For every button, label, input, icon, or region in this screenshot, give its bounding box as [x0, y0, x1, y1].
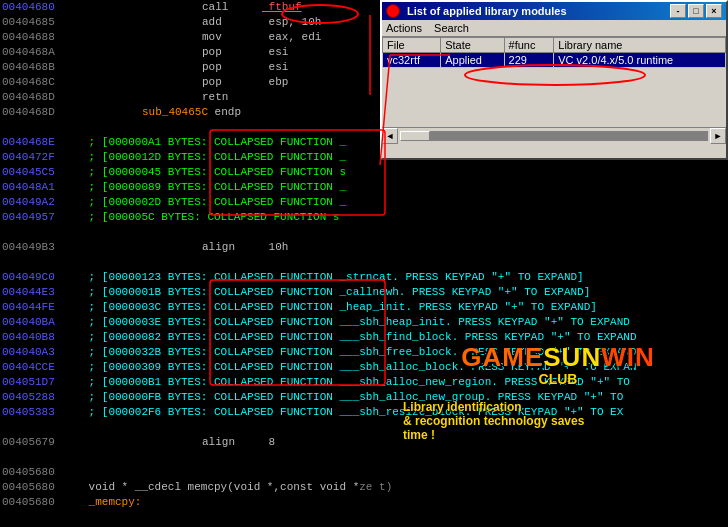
disasm-line: 004044FE ; [0000003C BYTES: COLLAPSED FU… [0, 300, 728, 315]
table-row[interactable]: vc32rtf Applied 229 VC v2.0/4.x/5.0 runt… [383, 53, 726, 68]
disasm-line: 00405383 ; [000002F6 BYTES: COLLAPSED FU… [0, 405, 728, 420]
scroll-left-button[interactable]: ◄ [382, 128, 398, 144]
disasm-line [0, 225, 728, 240]
close-button[interactable]: × [706, 4, 722, 18]
dialog-title: List of applied library modules [407, 5, 567, 17]
cell-file: vc32rtf [383, 53, 441, 68]
col-funcs: #func [504, 38, 554, 53]
disasm-line: 004040A3 ; [0000032B BYTES: COLLAPSED FU… [0, 345, 728, 360]
disasm-line [0, 420, 728, 435]
maximize-button[interactable]: □ [688, 4, 704, 18]
disasm-line: 00404957 ; [000005C BYTES: COLLAPSED FUN… [0, 210, 728, 225]
disasm-line: 004045C5 ; [00000045 BYTES: COLLAPSED FU… [0, 165, 728, 180]
disasm-line: 00405680 [0, 465, 728, 480]
disasm-line: 004044E3 ; [0000001B BYTES: COLLAPSED FU… [0, 285, 728, 300]
disasm-line: 004049C0 ; [00000123 BYTES: COLLAPSED FU… [0, 270, 728, 285]
disasm-line: 00405288 ; [000000FB BYTES: COLLAPSED FU… [0, 390, 728, 405]
lib-dialog: List of applied library modules - □ × Ac… [380, 0, 728, 160]
dialog-titlebar: List of applied library modules - □ × [382, 2, 726, 20]
cell-libname: VC v2.0/4.x/5.0 runtime [554, 53, 726, 68]
table-header-row: File State #func Library name [383, 38, 726, 53]
disasm-line: 00405680 _memcpy: [0, 495, 728, 510]
lib-table-container: File State #func Library name vc32rtf Ap… [382, 37, 726, 127]
disasm-line: 004048A1 ; [00000089 BYTES: COLLAPSED FU… [0, 180, 728, 195]
col-file: File [383, 38, 441, 53]
menu-search[interactable]: Search [434, 22, 469, 34]
disasm-line: 00404CCE ; [00000309 BYTES: COLLAPSED FU… [0, 360, 728, 375]
cell-state: Applied [441, 53, 504, 68]
minimize-button[interactable]: - [670, 4, 686, 18]
disasm-line [0, 450, 728, 465]
scroll-track [400, 131, 708, 141]
disasm-line: 004040BA ; [0000003E BYTES: COLLAPSED FU… [0, 315, 728, 330]
col-libname: Library name [554, 38, 726, 53]
disasm-line: 004040B8 ; [00000082 BYTES: COLLAPSED FU… [0, 330, 728, 345]
disasm-line [0, 510, 728, 525]
lib-modules-table: File State #func Library name vc32rtf Ap… [382, 37, 726, 68]
dialog-icon [386, 4, 400, 18]
scroll-right-button[interactable]: ► [710, 128, 726, 144]
disasm-line: 004049B3 align 10h [0, 240, 728, 255]
scroll-thumb[interactable] [400, 131, 430, 141]
disasm-line: 004049A2 ; [0000002D BYTES: COLLAPSED FU… [0, 195, 728, 210]
disasm-line: 004051D7 ; [000000B1 BYTES: COLLAPSED FU… [0, 375, 728, 390]
cell-funcs: 229 [504, 53, 554, 68]
col-state: State [441, 38, 504, 53]
menu-actions[interactable]: Actions [386, 22, 422, 34]
window-controls[interactable]: - □ × [670, 4, 722, 18]
horizontal-scrollbar[interactable]: ◄ ► [382, 127, 726, 143]
dialog-menubar: Actions Search [382, 20, 726, 37]
disasm-line: 00405680 void * __cdecl memcpy(void *,co… [0, 480, 728, 495]
disasm-line: 00405679 align 8 [0, 435, 728, 450]
disasm-line [0, 255, 728, 270]
